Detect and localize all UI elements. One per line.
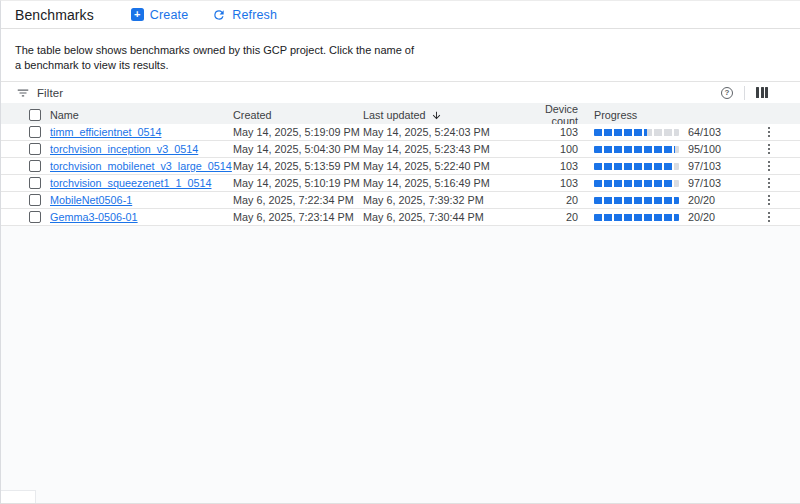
created-cell: May 14, 2025, 5:10:19 PM — [233, 177, 363, 189]
progress-label: 97/103 — [688, 177, 721, 189]
table-row: MobileNet0506-1 May 6, 2025, 7:22:34 PM … — [1, 192, 800, 209]
benchmark-name-link[interactable]: torchvision_mobilenet_v3_large_0514 — [50, 160, 233, 172]
progress-bar — [594, 180, 679, 187]
benchmarks-page: Benchmarks + Create Refresh The table be… — [0, 0, 800, 504]
progress-bar — [594, 146, 679, 153]
created-cell: May 14, 2025, 5:19:09 PM — [233, 126, 363, 138]
column-header-name[interactable]: Name — [50, 109, 233, 121]
progress-cell: 20/20 — [578, 211, 756, 223]
table-row: torchvision_mobilenet_v3_large_0514 May … — [1, 158, 800, 175]
device-count-cell: 100 — [530, 143, 578, 155]
row-menu-button[interactable] — [764, 176, 774, 190]
progress-bar — [594, 129, 679, 136]
row-menu-button[interactable] — [764, 159, 774, 173]
progress-cell: 97/103 — [578, 177, 756, 189]
row-checkbox[interactable] — [29, 211, 41, 223]
table-body: timm_efficientnet_0514 May 14, 2025, 5:1… — [1, 124, 800, 226]
page-header: Benchmarks + Create Refresh — [1, 1, 800, 29]
row-checkbox[interactable] — [29, 160, 41, 172]
progress-bar-fill — [594, 214, 679, 221]
row-menu-button[interactable] — [764, 142, 774, 156]
progress-bar-fill — [594, 163, 674, 170]
device-count-cell: 20 — [530, 194, 578, 206]
select-all-checkbox[interactable] — [29, 109, 41, 121]
progress-cell: 95/100 — [578, 143, 756, 155]
table-header-row: Name Created Last updated Device count P… — [1, 103, 800, 124]
last-updated-cell: May 14, 2025, 5:22:40 PM — [363, 160, 530, 172]
device-count-cell: 103 — [530, 126, 578, 138]
plus-box-icon: + — [131, 8, 144, 21]
progress-bar — [594, 214, 679, 221]
help-icon[interactable]: ? — [721, 87, 733, 99]
table-row: Gemma3-0506-01 May 6, 2025, 7:23:14 PM M… — [1, 209, 800, 226]
column-header-last-updated[interactable]: Last updated — [363, 109, 530, 121]
benchmark-name-link[interactable]: torchvision_inception_v3_0514 — [50, 143, 233, 155]
create-button[interactable]: + Create — [125, 4, 194, 26]
device-count-cell: 103 — [530, 177, 578, 189]
progress-cell: 20/20 — [578, 194, 756, 206]
filter-icon — [16, 86, 30, 100]
toolbar-right-actions: ? — [721, 86, 768, 100]
last-updated-cell: May 14, 2025, 5:16:49 PM — [363, 177, 530, 189]
column-header-progress[interactable]: Progress — [578, 109, 756, 121]
row-menu-button[interactable] — [764, 193, 774, 207]
created-cell: May 6, 2025, 7:22:34 PM — [233, 194, 363, 206]
progress-label: 20/20 — [688, 211, 715, 223]
benchmark-name-link[interactable]: MobileNet0506-1 — [50, 194, 233, 206]
row-checkbox[interactable] — [29, 126, 41, 138]
column-display-icon[interactable] — [756, 87, 768, 98]
progress-label: 95/100 — [688, 143, 721, 155]
page-title: Benchmarks — [15, 7, 94, 23]
description-line-2: a benchmark to view its results. — [15, 58, 786, 73]
refresh-button-label: Refresh — [232, 8, 277, 22]
progress-bar — [594, 163, 679, 170]
progress-cell: 64/103 — [578, 126, 756, 138]
filter-label: Filter — [37, 87, 63, 99]
row-menu-button[interactable] — [764, 210, 774, 224]
progress-bar-fill — [594, 146, 675, 153]
created-cell: May 6, 2025, 7:23:14 PM — [233, 211, 363, 223]
progress-bar-fill — [594, 180, 674, 187]
description-line-1: The table below shows benchmarks owned b… — [15, 43, 786, 58]
benchmark-name-link[interactable]: Gemma3-0506-01 — [50, 211, 233, 223]
benchmark-name-link[interactable]: timm_efficientnet_0514 — [50, 126, 233, 138]
progress-label: 20/20 — [688, 194, 715, 206]
refresh-button[interactable]: Refresh — [206, 4, 283, 26]
table-toolbar: Filter ? — [1, 81, 800, 103]
row-checkbox[interactable] — [29, 177, 41, 189]
column-header-created[interactable]: Created — [233, 109, 363, 121]
created-cell: May 14, 2025, 5:13:59 PM — [233, 160, 363, 172]
page-description: The table below shows benchmarks owned b… — [1, 29, 800, 77]
progress-bar-fill — [594, 197, 679, 204]
below-table-area — [1, 226, 800, 503]
progress-bar-fill — [594, 129, 647, 136]
last-updated-cell: May 6, 2025, 7:39:32 PM — [363, 194, 530, 206]
toolbar-divider — [744, 86, 745, 100]
row-menu-button[interactable] — [764, 125, 774, 139]
create-button-label: Create — [150, 8, 188, 22]
progress-cell: 97/103 — [578, 160, 756, 172]
last-updated-cell: May 6, 2025, 7:30:44 PM — [363, 211, 530, 223]
device-count-cell: 103 — [530, 160, 578, 172]
progress-bar — [594, 197, 679, 204]
device-count-cell: 20 — [530, 211, 578, 223]
row-checkbox[interactable] — [29, 194, 41, 206]
table-row: timm_efficientnet_0514 May 14, 2025, 5:1… — [1, 124, 800, 141]
last-updated-cell: May 14, 2025, 5:23:43 PM — [363, 143, 530, 155]
scroll-corner-stub — [1, 490, 36, 503]
row-checkbox[interactable] — [29, 143, 41, 155]
created-cell: May 14, 2025, 5:04:30 PM — [233, 143, 363, 155]
benchmark-name-link[interactable]: torchvision_squeezenet1_1_0514 — [50, 177, 233, 189]
progress-label: 64/103 — [688, 126, 721, 138]
refresh-icon — [212, 8, 226, 22]
sort-descending-icon — [431, 110, 442, 121]
table-row: torchvision_squeezenet1_1_0514 May 14, 2… — [1, 175, 800, 192]
progress-label: 97/103 — [688, 160, 721, 172]
filter-button[interactable]: Filter — [16, 86, 63, 100]
table-row: torchvision_inception_v3_0514 May 14, 20… — [1, 141, 800, 158]
last-updated-cell: May 14, 2025, 5:24:03 PM — [363, 126, 530, 138]
